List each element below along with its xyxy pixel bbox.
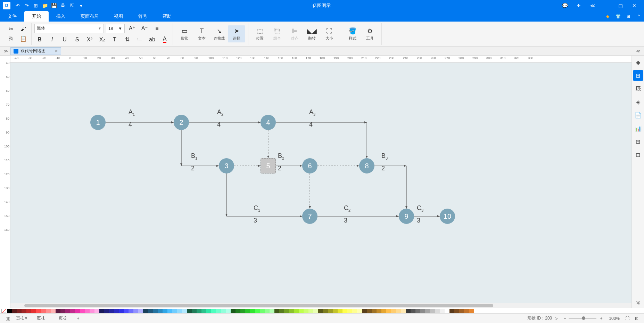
new-button[interactable]: ⊞ <box>31 1 40 10</box>
color-swatch[interactable] <box>75 309 80 313</box>
color-swatch[interactable] <box>85 309 90 313</box>
decrease-font-button[interactable]: A⁻ <box>139 24 150 33</box>
diagram-node-5[interactable]: 5 <box>261 158 276 173</box>
color-swatch[interactable] <box>129 309 133 313</box>
color-swatch[interactable] <box>415 309 420 313</box>
color-swatch[interactable] <box>114 309 119 313</box>
vip-icon[interactable]: ◆ <box>602 11 613 22</box>
align-objects-button[interactable]: ⊫对齐 <box>286 25 303 42</box>
color-swatch[interactable] <box>172 309 177 313</box>
color-swatch[interactable] <box>221 309 226 313</box>
color-swatch[interactable] <box>362 309 367 313</box>
minimize-button[interactable]: — <box>600 0 613 11</box>
color-swatch[interactable] <box>323 309 328 313</box>
color-swatch[interactable] <box>284 309 289 313</box>
zoom-level[interactable]: 100% <box>606 316 622 321</box>
color-swatch[interactable] <box>454 309 459 313</box>
bold-button[interactable]: B <box>34 35 45 45</box>
color-swatch[interactable] <box>143 309 148 313</box>
diagram-node-2[interactable]: 2 <box>174 115 189 130</box>
color-swatch[interactable] <box>294 309 299 313</box>
share-icon[interactable]: ≪ <box>586 0 600 11</box>
color-swatch[interactable] <box>26 309 31 313</box>
highlight-button[interactable]: ab <box>147 35 157 45</box>
color-swatch[interactable] <box>99 309 104 313</box>
open-button[interactable]: 📁 <box>40 1 49 10</box>
export-button[interactable]: ⇱ <box>67 1 76 10</box>
color-swatch[interactable] <box>435 309 440 313</box>
scroll-thumb[interactable] <box>24 304 493 307</box>
diagram-node-9[interactable]: 9 <box>399 209 414 224</box>
color-swatch[interactable] <box>197 309 201 313</box>
color-swatch[interactable] <box>279 309 284 313</box>
menu-insert[interactable]: 插入 <box>49 11 73 22</box>
layers-panel-button[interactable]: ◈ <box>633 97 643 107</box>
feedback-icon[interactable]: 💬 <box>558 0 572 11</box>
increase-font-button[interactable]: A⁺ <box>127 24 137 33</box>
subscript-button[interactable]: X₂ <box>97 35 107 45</box>
page-view-button[interactable]: ▯▯ <box>3 316 13 321</box>
diagram-node-1[interactable]: 1 <box>90 115 106 130</box>
collapse-right-panel-button[interactable]: ≪ <box>634 49 643 54</box>
color-swatch[interactable] <box>245 309 250 313</box>
collapse-ribbon-button[interactable]: ⌃ <box>634 11 644 22</box>
color-swatch[interactable] <box>70 309 75 313</box>
zoom-slider[interactable] <box>569 318 596 319</box>
color-swatch[interactable] <box>206 309 211 313</box>
bullet-list-button[interactable]: ≔ <box>134 35 145 45</box>
color-swatch[interactable] <box>36 309 41 313</box>
fit-screen-button[interactable]: ⛶ <box>622 316 632 321</box>
diagram-node-4[interactable]: 4 <box>261 115 276 130</box>
color-swatch[interactable] <box>289 309 294 313</box>
color-swatch[interactable] <box>17 309 22 313</box>
color-swatch[interactable] <box>153 309 158 313</box>
color-swatch[interactable] <box>138 309 143 313</box>
font-size-select[interactable]: 18▼ <box>106 24 125 33</box>
color-swatch[interactable] <box>367 309 372 313</box>
menu-help[interactable]: 帮助 <box>155 11 179 22</box>
color-swatch[interactable] <box>299 309 304 313</box>
underline-button[interactable]: U <box>59 35 70 45</box>
copy-button[interactable]: ⎘ <box>6 34 16 44</box>
menu-symbol[interactable]: 符号 <box>131 11 155 22</box>
color-swatch[interactable] <box>90 309 94 313</box>
diagram-node-10[interactable]: 10 <box>440 209 455 224</box>
color-swatch[interactable] <box>226 309 231 313</box>
diagram-node-3[interactable]: 3 <box>219 158 234 173</box>
print-button[interactable]: 🖶 <box>58 1 67 10</box>
color-swatch[interactable] <box>328 309 333 313</box>
save-button[interactable]: 💾 <box>49 1 58 10</box>
color-swatch[interactable] <box>51 309 56 313</box>
color-swatch[interactable] <box>231 309 236 313</box>
position-button[interactable]: ⬚位置 <box>251 25 269 42</box>
color-swatch[interactable] <box>396 309 401 313</box>
present-button[interactable]: ▷ <box>552 316 561 321</box>
strikethrough-button[interactable]: S <box>72 35 82 45</box>
library-panel-button[interactable]: ⊡ <box>633 150 643 160</box>
page-select[interactable]: 页-1 ▾ <box>13 315 30 321</box>
color-swatch[interactable] <box>182 309 187 313</box>
color-swatch[interactable] <box>109 309 114 313</box>
color-swatch[interactable] <box>236 309 240 313</box>
color-swatch[interactable] <box>459 309 464 313</box>
add-page-button[interactable]: ＋ <box>73 315 83 321</box>
color-swatch[interactable] <box>119 309 124 313</box>
italic-button[interactable]: I <box>47 35 57 45</box>
color-swatch[interactable] <box>201 309 206 313</box>
color-swatch[interactable] <box>240 309 245 313</box>
color-swatch[interactable] <box>46 309 51 313</box>
zoom-out-button[interactable]: − <box>561 316 569 321</box>
color-swatch[interactable] <box>216 309 221 313</box>
color-swatch[interactable] <box>60 309 65 313</box>
color-swatch[interactable] <box>104 309 109 313</box>
page-tab-1[interactable]: 页-1 <box>30 314 52 323</box>
menu-file[interactable]: 文件 <box>0 11 24 22</box>
color-swatch[interactable] <box>440 309 445 313</box>
color-swatch[interactable] <box>377 309 381 313</box>
line-spacing-button[interactable]: ⇅ <box>122 35 132 45</box>
color-swatch[interactable] <box>386 309 391 313</box>
color-swatch[interactable] <box>469 309 474 313</box>
page[interactable]: 12345678910A14A24A34B12B22B32C13C23C33 <box>69 63 479 306</box>
color-swatch[interactable] <box>148 309 153 313</box>
themes-panel-button[interactable]: ⊞ <box>633 70 643 81</box>
